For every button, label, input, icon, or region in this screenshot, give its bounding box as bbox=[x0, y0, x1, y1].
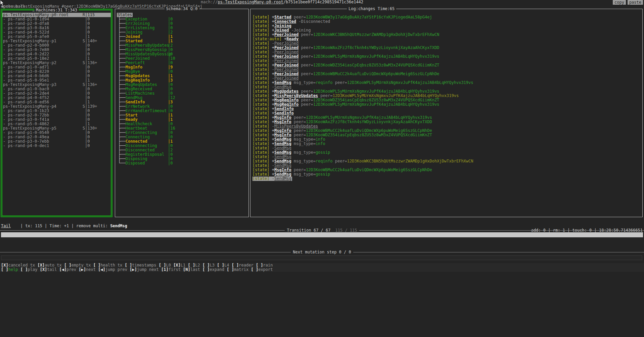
checkbox-icon: [X] bbox=[40, 267, 47, 272]
checkbox-icon: [▶] bbox=[130, 267, 137, 272]
log-line[interactable]: [state] +MsgReqInfo peer=12D3KooWPL5yMUr… bbox=[252, 102, 642, 107]
log-line[interactable]: [state] +Joining bbox=[252, 24, 642, 28]
copy-button[interactable]: copy bbox=[613, 0, 626, 5]
state-count: |0 bbox=[168, 161, 173, 165]
log-line[interactable]: [state] +PeerJoined peer=12D3KooWPL5yMUr… bbox=[252, 54, 642, 59]
state-name: Ready bbox=[126, 117, 138, 122]
checkbox-icon: [ ] bbox=[251, 267, 258, 272]
toolbar-toggle-jump-prev[interactable]: [◀]jump prev bbox=[98, 267, 127, 272]
toolbar-toggle-label: jump next bbox=[137, 267, 159, 272]
tree-branch-icon: ├── bbox=[118, 126, 126, 131]
tree-branch-icon: ├── bbox=[118, 104, 126, 109]
toolbar-toggle-matrix[interactable]: [ ]matrix bbox=[227, 267, 248, 272]
toolbar-toggle-reader[interactable]: [ ]reader bbox=[232, 263, 254, 268]
toolbar-toggle-L1[interactable]: [X]L1 bbox=[173, 263, 185, 268]
tree-branch-icon: ├── bbox=[118, 135, 126, 139]
log-line[interactable]: [state] +SendInfo bbox=[252, 107, 642, 111]
tree-branch-icon: ├── bbox=[118, 82, 126, 87]
machine-row[interactable]: - ps-rand-p4-0-dec1|0 bbox=[2, 144, 111, 148]
transition-counter-dim: 115 / 115 bbox=[335, 228, 357, 233]
toolbar-toggle-health-tx[interactable]: [ ]health tx bbox=[93, 263, 123, 268]
machine-name: - ps-rand-p4-0-522d bbox=[3, 30, 49, 35]
toolbar-toggle-empty-tx[interactable]: [ ]empty tx bbox=[64, 263, 91, 268]
toolbar-toggle-next[interactable]: [▶]next bbox=[79, 267, 96, 272]
mutation-progress-bar bbox=[1, 255, 642, 260]
toolbar-toggle-expand[interactable]: [ ]expand bbox=[202, 267, 224, 272]
log-line[interactable]: [state] +PeerJoined peer=12D3KooWDZ354ia… bbox=[252, 63, 642, 67]
mach-url[interactable]: mach://ps-TestExposingMany-p0-root/b751e… bbox=[201, 0, 363, 4]
log-line-selected[interactable]: [state] -SendMsg bbox=[252, 177, 292, 181]
transition-progress-fill bbox=[1, 232, 643, 237]
tree-branch-icon: ├── bbox=[118, 100, 126, 104]
tree-branch-icon: ├── bbox=[118, 43, 126, 48]
log-line[interactable]: [state] +SendMsg msg_type=gossip bbox=[252, 172, 642, 177]
machine-name: - ps-rand-p1-0-0540 bbox=[3, 130, 49, 135]
tree-branch-icon: ├── bbox=[118, 148, 126, 152]
toolbar-row-2: [ ]help [ ]play [X]tail [◀]prev [▶]next … bbox=[0, 268, 644, 272]
log-line[interactable]: [state] +PeerJoined peer=12D3KooWBMuCC2k… bbox=[252, 72, 642, 76]
toolbar-toggle-label: tail bbox=[47, 267, 57, 272]
toolbar-toggle-prev[interactable]: [◀]prev bbox=[59, 267, 76, 272]
toolbar-toggle-export[interactable]: [ ]export bbox=[251, 267, 273, 272]
toolbar-toggle-label: reader bbox=[239, 263, 253, 268]
log-line[interactable]: [state] +SendMsg msg_type=reqinfo peer=1… bbox=[252, 159, 642, 163]
checkbox-icon: [1] bbox=[161, 267, 169, 272]
machine-name: - ps-rand-p5-0-95e1 bbox=[3, 78, 49, 83]
checkbox-icon: [ ] bbox=[125, 263, 132, 268]
toolbar-toggle-first[interactable]: [1]first bbox=[161, 267, 181, 272]
toolbar-toggle-label: help bbox=[8, 267, 18, 272]
state-name: Start bbox=[126, 113, 138, 117]
toolbar-toggle-jump-next[interactable]: [▶]jump next bbox=[130, 267, 159, 272]
transition-counter: Transition 67 / 67 bbox=[287, 228, 330, 233]
machines-list: ps-TestExposingMany-p0-rootR|115- ps-ran… bbox=[2, 10, 111, 148]
toolbar-toggle-timestamps[interactable]: [ ]timestamps bbox=[125, 263, 156, 268]
url-host-link[interactable]: ps-TestExposingMany-p0-root bbox=[218, 0, 283, 4]
paste-button[interactable]: paste bbox=[628, 0, 643, 5]
log-line[interactable]: [state] +SendMsg msg_type=reqinfo peer=1… bbox=[252, 81, 642, 85]
log-line[interactable]: [state] +PeerJoined peer=12D3KooWAxZFzJf… bbox=[252, 46, 642, 50]
machines-panel-title: Machines:31 T:343 bbox=[34, 8, 79, 12]
toolbar-toggle-canceled-tx[interactable]: [X]canceled tx bbox=[1, 263, 35, 268]
toolbar-toggle-L2[interactable]: [ ]L2 bbox=[188, 263, 200, 268]
toolbar-toggle-label: jump prev bbox=[105, 267, 127, 272]
machine-name: - ps-rand-p3-0-7e80 bbox=[3, 47, 49, 52]
machine-name: - ps-rand-p3-0-f41a bbox=[3, 117, 49, 122]
state-name: Started bbox=[126, 39, 143, 43]
toolbar-toggle-label: prev bbox=[66, 267, 76, 272]
toolbar-toggle-label: L0 bbox=[166, 263, 171, 268]
mouse-cursor bbox=[0, 0, 5, 6]
schema-panel: Schema:34 Q:0 States ├──Exception|0├──Er… bbox=[115, 9, 249, 217]
toolbar-toggle-label: L4 bbox=[224, 263, 229, 268]
log-line[interactable]: [state] +SendMsg msg_type=info bbox=[252, 142, 642, 146]
toolbar-toggle-L4[interactable]: [ ]L4 bbox=[217, 263, 229, 268]
status-left-text: | tx: 115 | Time: +1 | remove multi: bbox=[11, 224, 110, 228]
log-line[interactable]: [state] +SendMsg msg_type=gossip bbox=[252, 150, 642, 155]
schema-state-row[interactable]: └──Disposed|0 bbox=[115, 161, 248, 165]
rule-line bbox=[353, 252, 644, 252]
tail-mode-link[interactable]: Tail bbox=[1, 224, 11, 228]
toolbar-toggle-rain[interactable]: [ ]rain bbox=[256, 263, 273, 268]
state-name: MissUpdatesByGossip bbox=[126, 52, 172, 56]
machine-name: - ps-rand-p3-0-7ebb bbox=[3, 139, 49, 144]
toolbar-toggle-L0[interactable]: [ ]L0 bbox=[159, 263, 171, 268]
toolbar-toggle-last[interactable]: [N]last bbox=[183, 267, 200, 272]
machine-name: ps-TestExposingMany-p2 bbox=[3, 60, 56, 65]
mutation-header: Next mutation step 0 / 0 bbox=[0, 250, 644, 254]
toolbar-toggle-L3[interactable]: [ ]L3 bbox=[202, 263, 215, 268]
toolbar-toggle-help[interactable]: [ ]help bbox=[1, 267, 18, 272]
toolbar-toggle-label: rain bbox=[263, 263, 273, 268]
toolbar-toggle-auto-tx[interactable]: [X]auto tx bbox=[37, 263, 61, 268]
toolbar-toggle-tail[interactable]: [X]tail bbox=[40, 267, 57, 272]
log-line[interactable]: [state] +Connected -Disconnected bbox=[252, 19, 642, 24]
machine-name: - ps-rand-p4-0-2d22 bbox=[3, 52, 49, 56]
app-window: ◀prev mach next mach ▶ mach://ps-TestExp… bbox=[0, 0, 644, 337]
status-remove-multi-value: SendMsg bbox=[110, 224, 127, 228]
mutation-title: Next mutation step 0 / 0 bbox=[291, 250, 353, 254]
checkbox-icon: [X] bbox=[37, 263, 45, 268]
log-line[interactable]: [state] +PeerJoined peer=12D3KooWKC3BN5h… bbox=[252, 33, 642, 37]
log-line[interactable]: [state:auto] +Ready bbox=[252, 37, 642, 41]
toolbar-toggle-play[interactable]: [ ]play bbox=[20, 267, 38, 272]
transition-progress-bar[interactable] bbox=[1, 232, 643, 237]
checkbox-icon: [ ] bbox=[159, 263, 166, 268]
checkbox-icon: [N] bbox=[183, 267, 190, 272]
